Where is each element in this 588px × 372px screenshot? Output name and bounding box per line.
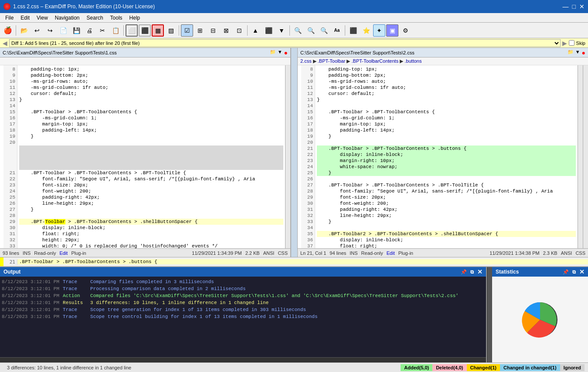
skip-checkbox[interactable] xyxy=(569,40,574,46)
right-pane-folder-icon[interactable]: 📁 xyxy=(568,49,574,56)
menu-tools[interactable]: Tools xyxy=(107,14,126,22)
toolbar-recompare[interactable]: ↩ xyxy=(31,24,43,37)
menu-search[interactable]: Search xyxy=(83,14,107,22)
right-code-line: margin-top: 1px; xyxy=(317,121,576,127)
output-scrollbar-v[interactable] xyxy=(487,267,492,362)
toolbar-scroll-up[interactable]: ⬛ xyxy=(262,24,275,37)
log-time: 8/12/2023 3:12:01 PM xyxy=(2,286,59,291)
toolbar-open-l[interactable]: 📄 xyxy=(57,24,69,37)
toolbar-find1[interactable]: 🔍 xyxy=(292,24,304,37)
toolbar-diff-view1[interactable]: ⬜ xyxy=(126,24,138,37)
toolbar-cut[interactable]: ✂ xyxy=(96,24,109,37)
diff-selector[interactable]: Diff 1: Add 5 lines (21 - 25, second fil… xyxy=(9,39,561,47)
toolbar-plugin-active[interactable]: ✦ xyxy=(373,24,385,37)
right-code-line xyxy=(317,139,576,145)
stats-pin-icon[interactable]: 📌 xyxy=(563,269,569,275)
menu-file[interactable]: File xyxy=(2,14,17,22)
output-pin-icon[interactable]: 📌 xyxy=(461,269,467,275)
toolbar-diff-view2[interactable]: ⬛ xyxy=(139,24,151,37)
toolbar-filter4[interactable]: ⊡ xyxy=(233,24,245,37)
toolbar-diff-view3[interactable]: ▦ xyxy=(152,24,164,37)
toolbar-plugin-btn[interactable]: ▣ xyxy=(386,24,398,37)
right-code-line: display: inline-block; xyxy=(317,152,576,158)
right-code-line: padding-right: 42px; xyxy=(317,206,576,213)
right-line-num: 13 xyxy=(301,97,315,103)
right-line-num: 22 xyxy=(301,152,315,158)
left-status-edit[interactable]: Edit xyxy=(59,250,68,256)
menu-view[interactable]: View xyxy=(33,14,51,22)
left-code-area[interactable]: 8910111213141516171819202122232425262728… xyxy=(0,65,290,248)
right-line-num: 23 xyxy=(301,158,315,164)
left-line-num: 24 xyxy=(3,188,17,194)
toolbar-bookmarks[interactable]: ⬛ xyxy=(347,24,359,37)
left-scrollbar[interactable] xyxy=(285,65,290,248)
left-line-num: 28 xyxy=(3,213,17,219)
right-code-line: -ms-grid-column: 1; xyxy=(317,115,576,121)
right-status-encoding: ANSI xyxy=(561,250,572,256)
log-time: 8/12/2023 3:12:01 PM xyxy=(2,279,59,284)
output-area: Output 📌 ⧉ ✕ 8/12/2023 3:12:01 PMTraceCo… xyxy=(0,267,588,362)
toolbar-next-diff[interactable]: ▼ xyxy=(275,24,288,37)
left-pane-folder-icon[interactable]: 📁 xyxy=(270,49,276,56)
right-line-num: 35 xyxy=(301,231,315,237)
toolbar-prev-diff[interactable]: ▲ xyxy=(249,24,262,37)
stats-close-icon[interactable]: ✕ xyxy=(579,268,585,275)
title-controls[interactable]: — □ ✕ xyxy=(563,3,585,10)
menu-edit[interactable]: Edit xyxy=(17,14,33,22)
left-code-content[interactable]: padding-top: 1px; padding-bottom: 2px; -… xyxy=(17,65,285,248)
toolbar-diff-view4[interactable]: ▧ xyxy=(165,24,177,37)
output-panel: Output 📌 ⧉ ✕ 8/12/2023 3:12:01 PMTraceCo… xyxy=(0,267,487,362)
left-code-line: float: right; xyxy=(19,231,283,237)
badge-changed-in: Changed in changed(1) xyxy=(500,364,560,371)
right-scrollbar-v2[interactable] xyxy=(583,65,588,248)
output-title: Output xyxy=(3,269,459,275)
stats-float-icon[interactable]: ⧉ xyxy=(572,269,576,275)
output-close-icon[interactable]: ✕ xyxy=(477,268,483,275)
toolbar-find2[interactable]: 🔍 xyxy=(305,24,317,37)
badge-changed: Changed(1) xyxy=(467,364,500,371)
toolbar-filter3[interactable]: ⊠ xyxy=(220,24,232,37)
toolbar-print[interactable]: 🖨 xyxy=(83,24,95,37)
right-line-num: 10 xyxy=(301,78,315,85)
left-pane-red-icon: ● xyxy=(284,49,288,56)
close-button[interactable]: ✕ xyxy=(579,3,585,10)
diff-bar-right-arrow[interactable]: ▶ xyxy=(562,40,567,47)
gutter-content xyxy=(291,48,297,257)
right-code-area[interactable]: 8910111213141516171819202122232425262728… xyxy=(298,65,588,248)
right-code-line: } xyxy=(317,170,576,176)
toolbar-sep-2 xyxy=(123,25,124,36)
left-status-encoding: ANSI xyxy=(263,250,275,256)
minimize-button[interactable]: — xyxy=(563,3,569,10)
output-header: Output 📌 ⧉ ✕ xyxy=(0,267,486,277)
left-line-num: 22 xyxy=(3,176,17,182)
right-scrollbar[interactable] xyxy=(578,65,583,248)
toolbar-app-icon[interactable]: 🍎 xyxy=(2,24,14,37)
log-level: Trace xyxy=(63,286,87,291)
toolbar-find3[interactable]: 🔍 xyxy=(318,24,330,37)
toolbar-sync-scroll[interactable]: ☑ xyxy=(181,24,193,37)
left-pane-arrow-icon[interactable]: ▼ xyxy=(278,49,282,56)
menu-navigation[interactable]: Navigation xyxy=(51,14,83,22)
maximize-button[interactable]: □ xyxy=(572,3,576,10)
right-line-num: 37 xyxy=(301,243,315,248)
toolbar-merge[interactable]: ⭐ xyxy=(360,24,372,37)
output-float-icon[interactable]: ⧉ xyxy=(470,269,474,275)
log-message: Scope tree control building for index 1 … xyxy=(90,314,318,319)
right-code-content[interactable]: padding-top: 1px; padding-bottom: 2px; -… xyxy=(315,65,578,248)
toolbar-copy[interactable]: 📋 xyxy=(109,24,122,37)
toolbar-filter2[interactable]: ⊟ xyxy=(207,24,219,37)
toolbar-settings[interactable]: ⚙ xyxy=(399,24,411,37)
log-time: 8/12/2023 3:12:01 PM xyxy=(2,314,59,319)
right-status-edit[interactable]: Edit xyxy=(387,250,395,256)
toolbar-case[interactable]: Aa xyxy=(331,24,343,37)
menu-help[interactable]: Help xyxy=(126,14,144,22)
toolbar-filter1[interactable]: ⊞ xyxy=(194,24,206,37)
app-icon xyxy=(3,3,10,10)
toolbar-reload[interactable]: ↪ xyxy=(44,24,56,37)
right-pane-arrow-icon[interactable]: ▼ xyxy=(575,49,580,56)
toolbar-save-l[interactable]: 💾 xyxy=(70,24,82,37)
output-scrollbar-h[interactable] xyxy=(0,357,486,362)
toolbar-open[interactable]: 📂 xyxy=(18,24,30,37)
diff-bar-left-arrow[interactable]: ◀ xyxy=(3,40,7,47)
right-line-num: 8 xyxy=(301,66,315,72)
